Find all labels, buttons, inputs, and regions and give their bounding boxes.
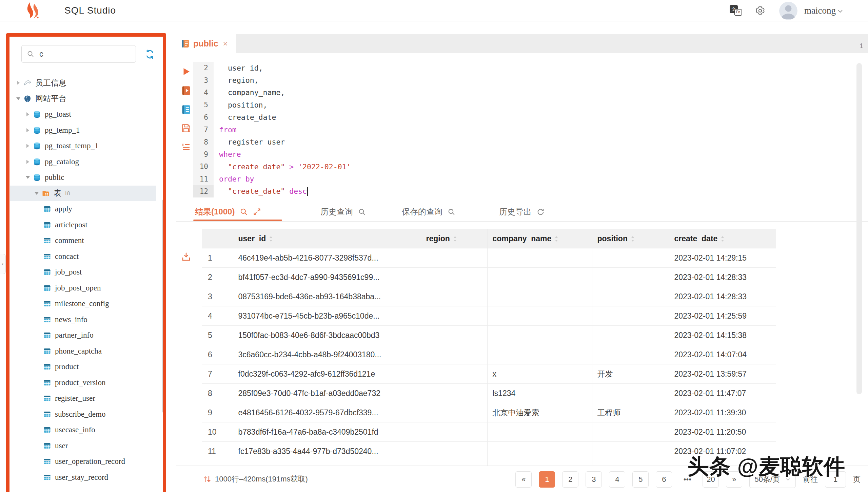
code-line[interactable]: 9where (193, 148, 351, 160)
sql-editor[interactable]: 2user_id, 3region, 4company_name, 5posit… (193, 62, 351, 197)
sidebar-search-box[interactable] (21, 45, 136, 63)
cell-region[interactable] (421, 268, 487, 287)
sidebar-scrollbar[interactable] (162, 200, 165, 413)
execution-plan-icon[interactable] (181, 142, 191, 152)
cell-company-name[interactable] (487, 268, 592, 287)
sidebar-item-table[interactable]: register_user (10, 391, 156, 406)
chevron-right-icon[interactable] (15, 79, 22, 87)
code-line[interactable]: 5position, (193, 99, 351, 111)
chevron-down-icon[interactable] (33, 190, 40, 197)
cell-create-date[interactable]: 2023-02-01 14:07:04 (669, 345, 776, 364)
tab-saved-queries[interactable]: 保存的查询 (402, 204, 456, 220)
cell-position[interactable] (592, 248, 669, 268)
cell-region[interactable] (421, 384, 487, 403)
cell-company-name[interactable] (487, 287, 592, 306)
page-button[interactable]: 5 (632, 471, 649, 488)
cell-create-date[interactable]: 2023-02-01 14:28:33 (669, 287, 776, 306)
cell-user-id[interactable]: 46c419e4-ab5b-4216-8077-3298f537d... (233, 248, 421, 268)
cell-create-date[interactable]: 2023-02-01 11:20:50 (669, 422, 776, 442)
chevron-down-icon[interactable] (15, 95, 22, 102)
cell-company-name[interactable] (487, 326, 592, 345)
chevron-down-icon[interactable] (837, 8, 844, 15)
cell-user-id[interactable]: 3c6a60cc-b234-4cbb-a48b-9f24003180... (233, 345, 421, 364)
format-sql-icon[interactable] (181, 105, 191, 115)
cell-user-id[interactable]: 150f0fac-b083-40e6-8d6f-3bdcaac00bd3 (233, 326, 421, 345)
vertical-scrollbar[interactable] (856, 63, 862, 394)
table-row[interactable]: 4 931074bc-e715-45cb-b23b-a965c10de... 2… (202, 306, 776, 326)
cell-company-name[interactable] (487, 306, 592, 326)
cell-region[interactable] (421, 306, 487, 326)
code-line[interactable]: 8register_user (193, 136, 351, 148)
cell-position[interactable] (592, 326, 669, 345)
cell-company-name[interactable] (487, 442, 592, 461)
code-line[interactable]: 6create_date (193, 111, 351, 124)
cell-position[interactable]: 工程师 (592, 403, 669, 422)
page-button[interactable]: 3 (586, 471, 602, 488)
sidebar-item-table[interactable]: news_info (10, 312, 156, 328)
cell-position[interactable] (592, 345, 669, 364)
sort-icon[interactable] (720, 235, 725, 243)
table-row[interactable]: 7 f0dc329f-c063-4292-afc9-612ff36d121e x… (202, 364, 776, 384)
sidebar-item-connection-mysql[interactable]: 员工信息 (10, 75, 156, 91)
sidebar-item-table[interactable]: user (10, 438, 156, 454)
chevron-right-icon[interactable] (24, 158, 32, 166)
chevron-right-icon[interactable] (24, 142, 32, 150)
table-row[interactable]: 8 285f09e3-70d0-47fc-b1af-a03edd0ae732 l… (202, 384, 776, 403)
sidebar-item-table[interactable]: comment (10, 233, 156, 249)
code-line-current[interactable]: 12"create_date" desc (193, 185, 351, 197)
table-row[interactable]: 5 150f0fac-b083-40e6-8d6f-3bdcaac00bd3 2… (202, 326, 776, 345)
sort-icon[interactable] (630, 235, 635, 243)
sidebar-item-table[interactable]: subscribe_demo (10, 406, 156, 422)
cell-position[interactable] (592, 306, 669, 326)
page-button[interactable]: 6 (656, 471, 672, 488)
cell-region[interactable] (421, 248, 487, 268)
cell-company-name[interactable] (487, 248, 592, 268)
refresh-icon[interactable] (145, 49, 155, 59)
search-icon[interactable] (447, 208, 456, 216)
table-row[interactable]: 10 b783df6f-f16a-47a6-ba8a-c3409b2501fd … (202, 422, 776, 442)
chevron-down-icon[interactable] (24, 174, 32, 181)
cell-region[interactable] (421, 403, 487, 422)
run-query-icon[interactable] (181, 67, 191, 77)
cell-user-id[interactable]: bf41f057-ec3d-4dc7-a990-9435691c99... (233, 268, 421, 287)
cell-company-name[interactable]: ls1234 (487, 384, 592, 403)
cell-company-name[interactable]: 北京中油爱索 (487, 403, 592, 422)
page-button-current[interactable]: 1 (539, 471, 555, 488)
username[interactable]: maicong (804, 0, 836, 21)
code-line[interactable]: 3region, (193, 74, 351, 86)
code-line[interactable]: 11order by (193, 173, 351, 185)
cell-create-date[interactable]: 2023-02-01 11:47:07 (669, 384, 776, 403)
sidebar-item-table[interactable]: concact (10, 249, 156, 265)
save-icon[interactable] (181, 123, 191, 133)
sidebar-item-table[interactable]: articlepost (10, 217, 156, 233)
tab-export-history[interactable]: 历史导出 (499, 204, 545, 220)
sort-icon[interactable] (554, 235, 559, 243)
cell-create-date[interactable]: 2023-02-01 13:59:57 (669, 364, 776, 384)
sidebar-item-tables-group[interactable]: 表 18 (10, 186, 156, 202)
cell-user-id[interactable]: f0dc329f-c063-4292-afc9-612ff36d121e (233, 364, 421, 384)
cell-position[interactable] (592, 442, 669, 461)
sidebar-item-table[interactable]: job_post (10, 264, 156, 280)
cell-region[interactable] (421, 287, 487, 306)
table-row[interactable]: 9 e4816456-6126-4032-9579-67dbcf339... 北… (202, 403, 776, 422)
download-results-icon[interactable] (181, 252, 191, 262)
cell-position[interactable] (592, 384, 669, 403)
chevron-right-icon[interactable] (24, 127, 32, 134)
language-switch-icon[interactable]: 文 En (730, 5, 743, 17)
cell-position[interactable] (592, 287, 669, 306)
code-line[interactable]: 4company_name, (193, 87, 351, 99)
sidebar-item-table[interactable]: user_operation_record (10, 454, 156, 470)
search-icon[interactable] (358, 208, 366, 216)
search-input[interactable] (39, 49, 121, 59)
close-icon[interactable]: × (223, 40, 228, 48)
user-avatar[interactable] (779, 2, 797, 20)
table-row[interactable]: 1 46c419e4-ab5b-4216-8077-3298f537d... 2… (202, 248, 776, 268)
table-row[interactable]: 3 08753169-bde6-436e-ab93-164b38aba... 2… (202, 287, 776, 306)
sidebar-item-schema[interactable]: pg_catalog (10, 154, 156, 170)
cell-user-id[interactable]: fc17e83b-a335-4a44-977b-d73d50240... (233, 442, 421, 461)
sidebar-item-table[interactable]: milestone_config (10, 296, 156, 312)
sidebar-item-table[interactable]: phone_captcha (10, 343, 156, 359)
table-row[interactable]: 2 bf41f057-ec3d-4dc7-a990-9435691c99... … (202, 268, 776, 287)
cell-create-date[interactable]: 2023-02-01 14:25:59 (669, 306, 776, 326)
sort-icon[interactable] (453, 235, 457, 243)
